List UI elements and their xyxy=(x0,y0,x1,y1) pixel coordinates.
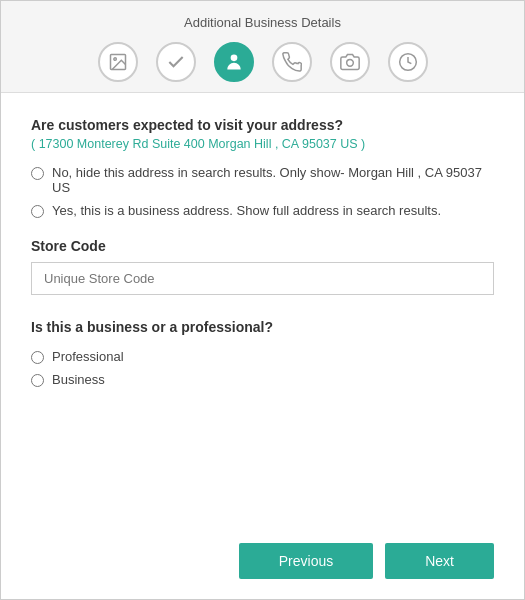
radio-professional-label: Professional xyxy=(52,349,124,364)
step-4-icon[interactable] xyxy=(272,42,312,82)
next-button[interactable]: Next xyxy=(385,543,494,579)
card-body: Are customers expected to visit your add… xyxy=(1,93,524,527)
step-3-icon[interactable] xyxy=(214,42,254,82)
step-5-icon[interactable] xyxy=(330,42,370,82)
page-title: Additional Business Details xyxy=(1,15,524,30)
store-code-input[interactable] xyxy=(31,262,494,295)
store-code-label: Store Code xyxy=(31,238,494,254)
svg-point-2 xyxy=(230,55,237,62)
steps-nav xyxy=(1,42,524,82)
step-1-icon[interactable] xyxy=(98,42,138,82)
address-question: Are customers expected to visit your add… xyxy=(31,117,494,133)
radio-no-label: No, hide this address in search results.… xyxy=(52,165,494,195)
radio-business-label: Business xyxy=(52,372,105,387)
radio-no-input[interactable] xyxy=(31,167,44,180)
radio-business-option[interactable]: Business xyxy=(31,372,494,387)
radio-professional-input[interactable] xyxy=(31,351,44,364)
business-question: Is this a business or a professional? xyxy=(31,319,494,335)
svg-point-3 xyxy=(346,60,353,67)
radio-no-option[interactable]: No, hide this address in search results.… xyxy=(31,165,494,195)
card-footer: Previous Next xyxy=(1,527,524,599)
address-value: ( 17300 Monterey Rd Suite 400 Morgan Hil… xyxy=(31,137,494,151)
radio-yes-input[interactable] xyxy=(31,205,44,218)
card-header: Additional Business Details xyxy=(1,1,524,93)
radio-business-input[interactable] xyxy=(31,374,44,387)
previous-button[interactable]: Previous xyxy=(239,543,373,579)
radio-yes-label: Yes, this is a business address. Show fu… xyxy=(52,203,441,218)
step-6-icon[interactable] xyxy=(388,42,428,82)
step-2-icon[interactable] xyxy=(156,42,196,82)
main-card: Additional Business Details xyxy=(0,0,525,600)
radio-professional-option[interactable]: Professional xyxy=(31,349,494,364)
svg-point-1 xyxy=(113,58,116,61)
radio-yes-option[interactable]: Yes, this is a business address. Show fu… xyxy=(31,203,494,218)
